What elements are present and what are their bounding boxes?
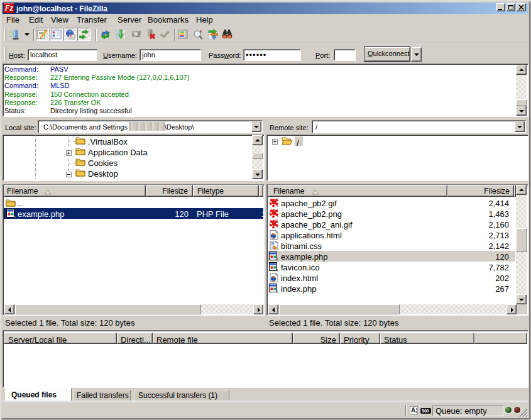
svg-text:Fz: Fz [5,4,13,13]
